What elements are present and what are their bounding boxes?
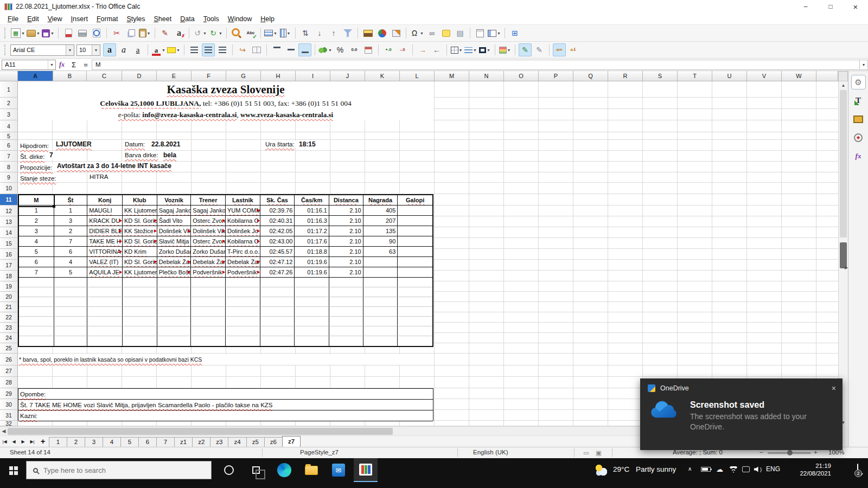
table-cell[interactable] (54, 317, 88, 326)
insert-columns-button[interactable]: ▼ (279, 27, 292, 40)
table-cell[interactable] (19, 336, 54, 346)
table-cell[interactable]: Kobilarna O (226, 216, 260, 226)
table-cell[interactable]: Sk. Čas (260, 195, 295, 206)
row-header-19[interactable]: 19 (0, 281, 18, 292)
column-header-W[interactable]: W (782, 71, 816, 81)
menu-edit[interactable]: Edit (23, 14, 43, 24)
clone-pen-button[interactable]: ✎ (519, 43, 532, 56)
column-header-T[interactable]: T (678, 71, 712, 81)
table-cell[interactable]: Debelak Žar (157, 257, 192, 267)
table-cell[interactable]: 01:19.6 (295, 267, 329, 278)
paste-button[interactable]: ▼ (138, 27, 151, 40)
row-header-18[interactable]: 18 (0, 271, 18, 281)
column-header-V[interactable]: V (747, 71, 782, 81)
table-cell[interactable] (363, 287, 398, 297)
text-ttb-button[interactable]: a⇓ (567, 43, 580, 56)
valign-top-button[interactable] (270, 43, 283, 56)
save-button[interactable]: ▼ (42, 27, 55, 40)
zoom-slider[interactable] (768, 452, 811, 454)
insert-pivot-button[interactable] (390, 27, 403, 40)
insert-image-button[interactable] (361, 27, 374, 40)
table-cell[interactable] (260, 278, 295, 287)
table-cell[interactable]: 5 (54, 267, 88, 278)
table-cell[interactable]: KRACK DU (87, 216, 123, 226)
table-cell[interactable]: Debelak Žar (226, 257, 260, 267)
table-cell[interactable] (191, 336, 226, 346)
table-cell[interactable]: 1 (19, 206, 54, 216)
table-cell[interactable] (226, 278, 260, 287)
table-cell[interactable] (398, 278, 432, 287)
table-cell[interactable] (123, 317, 157, 326)
align-center-button[interactable] (202, 43, 215, 56)
column-header-I[interactable]: I (296, 71, 330, 81)
table-cell[interactable] (226, 287, 260, 297)
row-header-5[interactable]: 5 (0, 132, 18, 140)
notification-close-icon[interactable]: × (832, 384, 836, 393)
row-header-28[interactable]: 28 (0, 377, 18, 388)
table-cell[interactable] (398, 336, 432, 346)
table-cell[interactable]: Dolinšek Vik (157, 226, 192, 236)
table-cell[interactable] (363, 326, 398, 336)
table-cell[interactable]: 02:47.12 (260, 257, 295, 267)
font-size-select[interactable]: 10 ▼ (76, 44, 100, 56)
column-header-K[interactable]: K (365, 71, 400, 81)
table-cell[interactable] (260, 336, 295, 346)
table-cell[interactable] (157, 278, 192, 287)
table-cell[interactable] (19, 307, 54, 317)
table-cell[interactable]: KD Sl. Goric (123, 257, 157, 267)
table-cell[interactable]: KK Ljutomer (123, 206, 157, 216)
table-cell[interactable] (54, 307, 88, 317)
table-cell[interactable] (329, 297, 363, 307)
table-cell[interactable]: Kobilarna O (226, 236, 260, 247)
sum-icon[interactable]: Σ (68, 60, 80, 70)
table-cell[interactable] (157, 307, 192, 317)
table-cell[interactable] (295, 297, 329, 307)
table-cell[interactable] (191, 326, 226, 336)
table-cell[interactable] (19, 326, 54, 336)
spelling-button[interactable]: Abc (244, 27, 257, 40)
onedrive-notification[interactable]: OneDrive × Screenshot saved The screensh… (640, 378, 843, 450)
table-cell[interactable] (363, 257, 398, 267)
start-button[interactable] (0, 458, 26, 482)
table-cell[interactable]: Zorko Dušan (191, 247, 226, 257)
table-cell[interactable] (87, 307, 123, 317)
column-header-M[interactable]: M (435, 71, 469, 81)
name-box[interactable]: A11 ▼ (2, 60, 56, 70)
borders-button[interactable]: ▼ (450, 43, 463, 56)
borders-dropdown[interactable]: ▼ (458, 48, 463, 52)
table-cell[interactable]: 3 (54, 216, 88, 226)
sheet-tab-1[interactable]: 1 (49, 437, 67, 447)
border-color-dropdown[interactable]: ▼ (486, 48, 491, 52)
table-cell[interactable]: 207 (363, 216, 398, 226)
column-header-B[interactable]: B (53, 71, 87, 81)
decrease-indent-button[interactable]: ← (430, 43, 443, 56)
table-cell[interactable] (363, 297, 398, 307)
table-cell[interactable]: 6 (19, 257, 54, 267)
number-button[interactable]: 0.0 (348, 43, 361, 56)
currency-button[interactable]: ▼ (318, 43, 333, 56)
align-left-button[interactable] (188, 43, 201, 56)
menu-tools[interactable]: Tools (199, 14, 224, 24)
table-cell[interactable] (19, 287, 54, 297)
clear-formatting-button[interactable]: a (173, 27, 186, 40)
currency-dropdown[interactable]: ▼ (328, 48, 333, 52)
headers-footers-button[interactable]: ▤ (454, 27, 467, 40)
menu-file[interactable]: File (3, 14, 23, 24)
row-header-20[interactable]: 20 (0, 292, 18, 302)
new-document-dropdown[interactable]: ▼ (21, 31, 25, 35)
clone-pen-alt-button[interactable]: ✎ (533, 43, 546, 56)
hyperlink-button[interactable]: ∞ (425, 27, 438, 40)
column-header-P[interactable]: P (539, 71, 573, 81)
table-cell[interactable]: 02:47.26 (260, 267, 295, 278)
table-cell[interactable]: 7 (19, 267, 54, 278)
page-style[interactable]: PageStyle_z7 (300, 449, 339, 455)
table-cell[interactable] (398, 307, 432, 317)
font-color-button[interactable]: a▼ (151, 43, 166, 56)
row-header-11[interactable]: 11 (0, 194, 18, 206)
underline-button[interactable]: a (131, 43, 144, 56)
onedrive-tray-icon[interactable]: ☁ (716, 465, 723, 473)
table-cell[interactable]: 2.10 (329, 267, 363, 278)
conditional-formatting-button[interactable]: ▼ (499, 43, 512, 56)
row-header-3[interactable]: 3 (0, 109, 18, 120)
table-cell[interactable] (398, 287, 432, 297)
